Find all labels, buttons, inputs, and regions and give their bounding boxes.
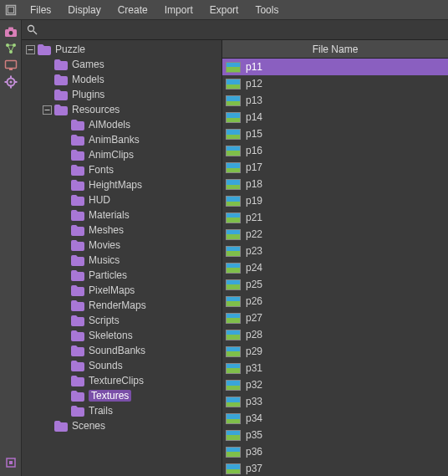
toggle-spacer: [59, 300, 69, 310]
toggle-spacer: [59, 345, 69, 356]
tree-item[interactable]: Materials: [22, 207, 221, 223]
monitor-icon[interactable]: [3, 57, 19, 74]
file-row[interactable]: p29: [222, 343, 448, 360]
file-row[interactable]: p25: [222, 276, 448, 293]
svg-rect-3: [8, 28, 13, 30]
file-name: p12: [246, 78, 262, 90]
tree-item[interactable]: AIModels: [22, 117, 221, 132]
tree-item[interactable]: Skeletons: [22, 328, 221, 343]
tree-item[interactable]: Sounds: [22, 358, 221, 373]
tree-item[interactable]: Particles: [22, 268, 221, 283]
tree-item[interactable]: TextureClips: [22, 373, 221, 388]
tree-item[interactable]: Movies: [22, 238, 221, 253]
file-name: p36: [246, 446, 262, 458]
menu-tools[interactable]: Tools: [247, 0, 287, 19]
file-row[interactable]: p17: [222, 159, 448, 176]
tree-item[interactable]: Fonts: [22, 162, 221, 177]
texture-thumb-icon: [226, 62, 241, 73]
tree-item[interactable]: Meshes: [22, 223, 221, 238]
search-input[interactable]: [43, 22, 445, 38]
menu-import[interactable]: Import: [156, 0, 201, 19]
file-name: p14: [246, 111, 262, 123]
file-row[interactable]: p36: [222, 443, 448, 460]
tree-item-label: RenderMaps: [89, 299, 146, 311]
toggle-spacer: [59, 376, 69, 386]
tree-item-label: AnimBanks: [89, 134, 140, 146]
tree-item[interactable]: Musics: [22, 253, 221, 268]
file-row[interactable]: p31: [222, 360, 448, 376]
file-row[interactable]: p18: [222, 176, 448, 192]
file-row[interactable]: p11: [222, 59, 448, 75]
tree-item[interactable]: Textures: [22, 388, 221, 403]
tree-item[interactable]: Models: [22, 72, 221, 87]
file-row[interactable]: p34: [222, 410, 448, 427]
file-row[interactable]: p28: [222, 326, 448, 343]
file-row[interactable]: p19: [222, 192, 448, 209]
tree-item[interactable]: Puzzle: [22, 42, 221, 57]
texture-thumb-icon: [226, 296, 241, 307]
nodes-icon[interactable]: [3, 40, 19, 57]
folder-tree[interactable]: PuzzleGamesModelsPluginsResourcesAIModel…: [22, 40, 222, 476]
menu-export[interactable]: Export: [201, 0, 247, 19]
tree-item[interactable]: Scripts: [22, 313, 221, 328]
tree-item[interactable]: HUD: [22, 192, 221, 207]
toggle-spacer: [59, 361, 69, 371]
file-list-header[interactable]: File Name: [222, 40, 448, 59]
file-name: p24: [246, 262, 262, 274]
tree-item[interactable]: Trails: [22, 403, 221, 418]
file-row[interactable]: p27: [222, 310, 448, 326]
column-file-name[interactable]: File Name: [222, 44, 448, 55]
tree-item-label: Particles: [89, 269, 127, 281]
file-row[interactable]: p24: [222, 259, 448, 276]
svg-rect-1: [8, 7, 14, 13]
tree-item[interactable]: Scenes: [22, 418, 221, 433]
file-row[interactable]: p21: [222, 209, 448, 226]
tree-item-label: Games: [72, 59, 104, 70]
toggle-spacer: [59, 135, 69, 145]
file-list[interactable]: p11p12p13p14p15p16p17p18p19p21p22p23p24p…: [222, 59, 448, 476]
toggle-spacer: [59, 270, 69, 280]
tree-item[interactable]: Resources: [22, 102, 221, 117]
toggle-spacer: [59, 150, 69, 160]
tree-item[interactable]: AnimBanks: [22, 132, 221, 147]
collapse-icon[interactable]: [42, 105, 52, 115]
file-name: p37: [246, 463, 262, 474]
tree-item[interactable]: Games: [22, 57, 221, 72]
tree-item[interactable]: HeightMaps: [22, 177, 221, 192]
file-row[interactable]: p22: [222, 226, 448, 243]
file-row[interactable]: p33: [222, 393, 448, 410]
file-row[interactable]: p32: [222, 376, 448, 393]
svg-point-4: [8, 31, 13, 35]
toggle-spacer: [42, 421, 52, 431]
menu-files[interactable]: Files: [22, 0, 59, 19]
menu-display[interactable]: Display: [59, 0, 109, 19]
camera-icon[interactable]: [3, 23, 19, 40]
file-row[interactable]: p12: [222, 75, 448, 92]
tree-item[interactable]: RenderMaps: [22, 298, 221, 313]
texture-thumb-icon: [226, 95, 241, 106]
component-icon[interactable]: [3, 454, 19, 471]
tree-item[interactable]: Plugins: [22, 87, 221, 102]
file-row[interactable]: p35: [222, 427, 448, 443]
file-row[interactable]: p37: [222, 460, 448, 476]
file-row[interactable]: p14: [222, 109, 448, 125]
file-name: p28: [246, 329, 262, 340]
tree-item-label: PixelMaps: [89, 284, 135, 296]
file-row[interactable]: p26: [222, 293, 448, 310]
file-row[interactable]: p15: [222, 125, 448, 142]
tree-item[interactable]: PixelMaps: [22, 283, 221, 298]
collapse-icon[interactable]: [25, 44, 35, 54]
file-name: p32: [246, 379, 262, 391]
file-name: p31: [246, 362, 262, 374]
gear-icon[interactable]: [3, 74, 19, 90]
file-row[interactable]: p23: [222, 243, 448, 259]
file-row[interactable]: p16: [222, 142, 448, 159]
window-icon: [0, 0, 22, 19]
toggle-spacer: [59, 210, 69, 220]
file-name: p35: [246, 429, 262, 441]
menu-create[interactable]: Create: [109, 0, 156, 19]
tree-item[interactable]: SoundBanks: [22, 343, 221, 358]
tree-item[interactable]: AnimClips: [22, 147, 221, 162]
file-row[interactable]: p13: [222, 92, 448, 109]
tree-item-label: Materials: [89, 209, 130, 221]
